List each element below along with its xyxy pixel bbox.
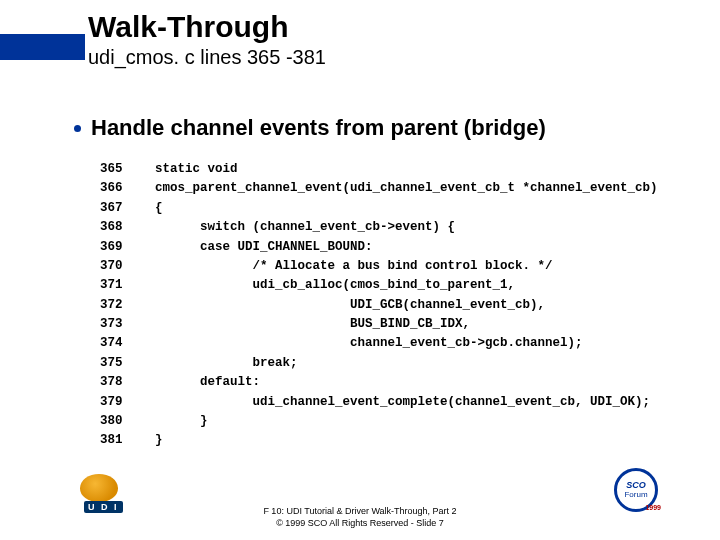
line-number: 375 (100, 354, 155, 373)
footer-line-1: F 10: UDI Tutorial & Driver Walk-Through… (0, 505, 720, 518)
code-line: 379 udi_channel_event_complete(channel_e… (100, 393, 658, 412)
code-line: 371 udi_cb_alloc(cmos_bind_to_parent_1, (100, 276, 658, 295)
line-number: 381 (100, 431, 155, 450)
line-number: 379 (100, 393, 155, 412)
code-line: 374 channel_event_cb->gcb.channel); (100, 334, 658, 353)
code-text: channel_event_cb->gcb.channel); (155, 334, 583, 353)
code-line: 365static void (100, 160, 658, 179)
header-accent-bar (0, 34, 85, 60)
line-number: 374 (100, 334, 155, 353)
line-number: 368 (100, 218, 155, 237)
code-line: 368 switch (channel_event_cb->event) { (100, 218, 658, 237)
code-text: { (155, 199, 163, 218)
line-number: 378 (100, 373, 155, 392)
forum-label: Forum (624, 491, 647, 499)
line-number: 366 (100, 179, 155, 198)
code-line: 366cmos_parent_channel_event(udi_channel… (100, 179, 658, 198)
bullet-icon (74, 125, 81, 132)
line-number: 369 (100, 238, 155, 257)
slide-subtitle: udi_cmos. c lines 365 -381 (88, 46, 326, 69)
code-text: case UDI_CHANNEL_BOUND: (155, 238, 373, 257)
code-text: } (155, 412, 208, 431)
line-number: 380 (100, 412, 155, 431)
code-text: cmos_parent_channel_event(udi_channel_ev… (155, 179, 658, 198)
code-line: 375 break; (100, 354, 658, 373)
footer-line-2: © 1999 SCO All Rights Reserved - Slide 7 (0, 517, 720, 530)
line-number: 365 (100, 160, 155, 179)
code-text: static void (155, 160, 238, 179)
bullet-item: Handle channel events from parent (bridg… (74, 115, 546, 141)
code-line: 381} (100, 431, 658, 450)
line-number: 367 (100, 199, 155, 218)
code-text: UDI_GCB(channel_event_cb), (155, 296, 545, 315)
code-line: 373 BUS_BIND_CB_IDX, (100, 315, 658, 334)
globe-icon (80, 474, 118, 502)
code-line: 380 } (100, 412, 658, 431)
code-line: 370 /* Allocate a bus bind control block… (100, 257, 658, 276)
code-text: switch (channel_event_cb->event) { (155, 218, 455, 237)
sco-label: SCO (624, 481, 647, 490)
code-line: 372 UDI_GCB(channel_event_cb), (100, 296, 658, 315)
code-text: default: (155, 373, 260, 392)
code-text: udi_cb_alloc(cmos_bind_to_parent_1, (155, 276, 515, 295)
slide-title: Walk-Through (88, 10, 289, 44)
code-text: BUS_BIND_CB_IDX, (155, 315, 470, 334)
line-number: 371 (100, 276, 155, 295)
code-text: break; (155, 354, 298, 373)
code-text: udi_channel_event_complete(channel_event… (155, 393, 650, 412)
code-line: 369 case UDI_CHANNEL_BOUND: (100, 238, 658, 257)
code-text: /* Allocate a bus bind control block. */ (155, 257, 553, 276)
code-line: 378 default: (100, 373, 658, 392)
slide-footer: F 10: UDI Tutorial & Driver Walk-Through… (0, 505, 720, 530)
code-text: } (155, 431, 163, 450)
code-listing: 365static void366cmos_parent_channel_eve… (100, 160, 658, 451)
bullet-text: Handle channel events from parent (bridg… (91, 115, 546, 141)
code-line: 367{ (100, 199, 658, 218)
line-number: 373 (100, 315, 155, 334)
line-number: 372 (100, 296, 155, 315)
line-number: 370 (100, 257, 155, 276)
